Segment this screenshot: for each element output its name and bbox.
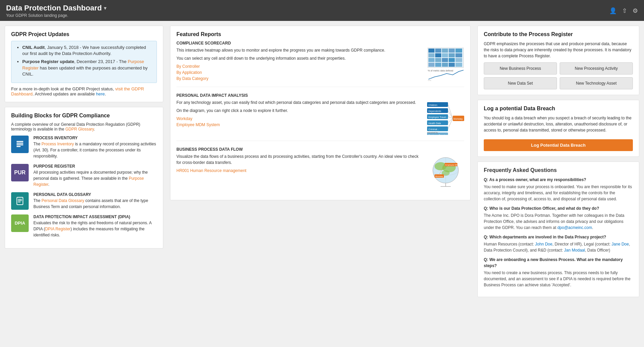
svg-text:Workday: Workday bbox=[453, 118, 463, 120]
faq-q-3: Q: Which departments are involved in the… bbox=[484, 234, 633, 240]
new-processing-activity-button[interactable]: New Processing Activity bbox=[560, 62, 633, 75]
by-controller-link[interactable]: By Controller bbox=[176, 63, 424, 69]
contribute-text: GDPR emphasizes the processes that use a… bbox=[484, 41, 633, 59]
gdpr-glossary-link[interactable]: GDPR Glossary bbox=[65, 127, 94, 132]
impact-analysis-chart: Children Dependents Employee Travel... H… bbox=[427, 99, 464, 136]
block-dpia-content: DATA PROTECTION IMPACT ASSESSMENT (DPIA)… bbox=[33, 214, 157, 238]
svg-rect-25 bbox=[435, 63, 441, 67]
faq-item-3: Q: Which departments are involved in the… bbox=[484, 234, 633, 253]
svg-rect-20 bbox=[435, 58, 441, 62]
svg-rect-2 bbox=[17, 144, 23, 145]
new-technology-asset-button[interactable]: New Technology Asset bbox=[560, 77, 633, 89]
svg-rect-16 bbox=[442, 53, 448, 57]
svg-rect-28 bbox=[455, 63, 462, 67]
svg-rect-13 bbox=[455, 49, 462, 53]
svg-rect-19 bbox=[428, 58, 435, 62]
report-impact-links: Workday Employee MDM System bbox=[176, 116, 424, 128]
process-inventory-icon bbox=[11, 136, 29, 153]
report-impact-title: PERSONAL DATA IMPACT ANALYSIS bbox=[176, 93, 464, 98]
svg-text:Workday: Workday bbox=[435, 175, 443, 177]
compliance-scorecard-chart: % of metric data defined 100 bbox=[427, 47, 464, 82]
report-dataflow-text: Visualize the data flows of a business p… bbox=[176, 153, 424, 174]
report-dataflow: BUSINESS PROCESS DATA FLOW Visualize the… bbox=[176, 147, 464, 189]
faq-item-2: Q: Who is our Data Protection Officer, a… bbox=[484, 205, 633, 231]
block-dpia-text: Evaluates the risk to the rights and fre… bbox=[33, 220, 157, 238]
workday-link[interactable]: Workday bbox=[176, 116, 424, 122]
svg-text:Dependents: Dependents bbox=[428, 110, 441, 113]
svg-line-49 bbox=[448, 118, 453, 123]
settings-icon[interactable]: ⚙ bbox=[633, 7, 638, 15]
svg-rect-0 bbox=[17, 141, 23, 142]
gdpr-dashboard-link[interactable]: visit the GDPR Dashboard bbox=[11, 86, 144, 96]
block-purpose-register: PUR PURPOSE REGISTER All processing acti… bbox=[11, 164, 157, 187]
svg-line-46 bbox=[448, 105, 453, 118]
process-inventory-link[interactable]: Process Inventory bbox=[41, 142, 74, 146]
block-personal-data-glossary: PERSONAL DATA GLOSSARY The Personal Data… bbox=[11, 192, 157, 210]
data-breach-text: You should log a data breach when you su… bbox=[484, 115, 633, 133]
svg-rect-14 bbox=[428, 53, 435, 57]
update-2-label: Purpose Register update bbox=[22, 59, 74, 64]
update-2-text: , December 23, 2017 - The bbox=[74, 59, 128, 64]
svg-text:Health Data: Health Data bbox=[428, 122, 441, 124]
svg-rect-10 bbox=[435, 49, 441, 53]
new-data-set-button[interactable]: New Data Set bbox=[484, 77, 557, 89]
hr001-link[interactable]: HR001 Human Resource management bbox=[176, 168, 424, 174]
svg-text:% of metric data defined: % of metric data defined bbox=[428, 69, 453, 72]
new-business-process-button[interactable]: New Business Process bbox=[484, 62, 557, 75]
faq-q-1: Q: As a process owner, what are my respo… bbox=[484, 177, 633, 183]
svg-rect-23 bbox=[455, 58, 462, 62]
jane-doe-link[interactable]: Jane Doe bbox=[612, 242, 629, 247]
data-breach-title: Log a potential Data Breach bbox=[484, 106, 633, 112]
faq-item-1: Q: As a process owner, what are my respo… bbox=[484, 177, 633, 202]
user-icon[interactable]: 👤 bbox=[609, 7, 617, 15]
faq-a-3: Human Resources (contact: John Doe, Dire… bbox=[484, 241, 633, 253]
header-subtitle: Your GDPR Solution landing page. bbox=[6, 13, 106, 18]
purpose-register-icon: PUR bbox=[11, 164, 29, 181]
gdpr-updates-title: GDPR Project Updates bbox=[11, 31, 157, 37]
dpo-email-link[interactable]: dpo@acmeinc.com bbox=[557, 225, 592, 230]
svg-line-48 bbox=[448, 117, 453, 118]
block-process-inventory: PROCESS INVENTORY The Process Inventory … bbox=[11, 136, 157, 159]
svg-line-50 bbox=[448, 118, 453, 129]
svg-rect-15 bbox=[435, 53, 441, 57]
building-blocks-section: Building Blocks for GDPR Compliance A co… bbox=[5, 107, 163, 249]
svg-rect-3 bbox=[17, 146, 21, 147]
faq-a-1: You need to make sure your process is on… bbox=[484, 184, 633, 202]
dataflow-globe-chart: Employee MDM Workday bbox=[427, 153, 464, 184]
archived-updates-link[interactable]: here bbox=[96, 91, 105, 96]
purpose-register-link-2[interactable]: Purpose Register bbox=[33, 176, 144, 187]
svg-text:impacted by: impacted by bbox=[427, 132, 438, 134]
by-application-link[interactable]: By Application bbox=[176, 69, 424, 76]
title-text: Data Protection Dashboard bbox=[6, 4, 102, 12]
block-personal-data-glossary-title: PERSONAL DATA GLOSSARY bbox=[33, 192, 157, 197]
personal-data-glossary-icon bbox=[11, 192, 29, 210]
by-data-category-link[interactable]: By Data Category bbox=[176, 76, 424, 82]
block-process-inventory-text: The Process Inventory is a mandatory rec… bbox=[33, 141, 157, 159]
report-dataflow-body: Visualize the data flows of a business p… bbox=[176, 153, 464, 184]
block-purpose-register-content: PURPOSE REGISTER All processing activiti… bbox=[33, 164, 157, 187]
dpia-register-link[interactable]: DPIA Register bbox=[45, 227, 71, 231]
gdpr-updates-section: GDPR Project Updates CNIL Audit, January… bbox=[5, 26, 163, 102]
report-impact-body: For any technology asset, you can easily… bbox=[176, 99, 464, 136]
main-content: GDPR Project Updates CNIL Audit, January… bbox=[0, 21, 644, 347]
update-footer: For a more in-depth look at the GDPR Pro… bbox=[11, 86, 157, 96]
update-item-1: CNIL Audit, January 5, 2018 - We have su… bbox=[22, 45, 152, 57]
employee-mdm-link[interactable]: Employee MDM System bbox=[176, 122, 424, 128]
right-column: Contribute to the Process Register GDPR … bbox=[474, 26, 639, 342]
log-data-breach-button[interactable]: Log Potential Data Breach bbox=[484, 139, 633, 151]
svg-rect-22 bbox=[449, 58, 455, 62]
update-item-2: Purpose Register update, December 23, 20… bbox=[22, 59, 152, 77]
contribute-buttons: New Business Process New Processing Acti… bbox=[484, 62, 633, 89]
svg-text:Employee MDM: Employee MDM bbox=[445, 164, 460, 166]
svg-rect-7 bbox=[18, 202, 21, 202]
svg-rect-26 bbox=[442, 63, 448, 67]
title-chevron[interactable]: ▾ bbox=[104, 5, 106, 11]
jan-modaal-link[interactable]: Jan Modaal bbox=[564, 248, 585, 253]
report-compliance-text: This interactive heatmap allows you to m… bbox=[176, 47, 424, 82]
personal-data-glossary-link[interactable]: Personal Data Glossary bbox=[41, 198, 84, 203]
data-breach-section: Log a potential Data Breach You should l… bbox=[477, 100, 639, 157]
update-2-suffix: has been updated with the purposes as do… bbox=[22, 65, 147, 77]
block-personal-data-glossary-text: The Personal Data Glossary contains asse… bbox=[33, 198, 157, 210]
share-icon[interactable]: ⇧ bbox=[622, 7, 627, 15]
john-doe-link[interactable]: John Doe bbox=[535, 242, 552, 247]
